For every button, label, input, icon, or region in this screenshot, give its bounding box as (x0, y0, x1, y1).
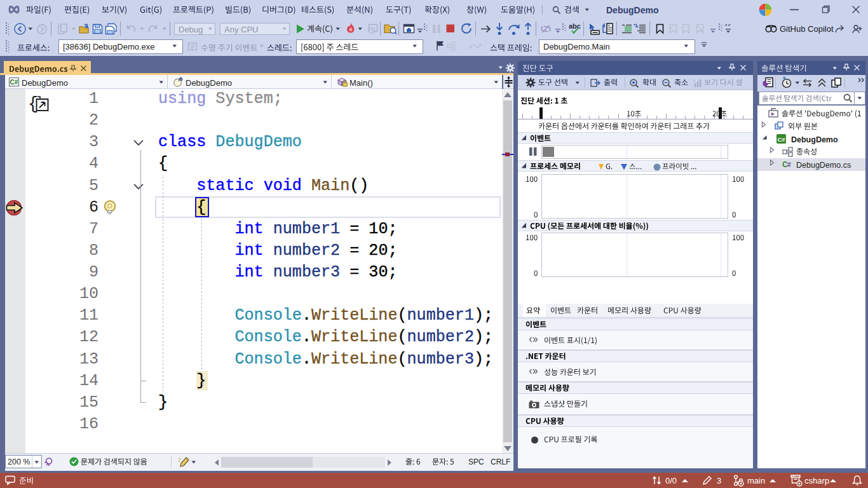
svg-text:C#: C# (10, 79, 18, 86)
svg-text:#: # (787, 161, 791, 168)
svg-text:C#: C# (778, 136, 786, 143)
svg-text:?: ? (693, 78, 696, 84)
svg-text:abc: abc (569, 22, 581, 30)
